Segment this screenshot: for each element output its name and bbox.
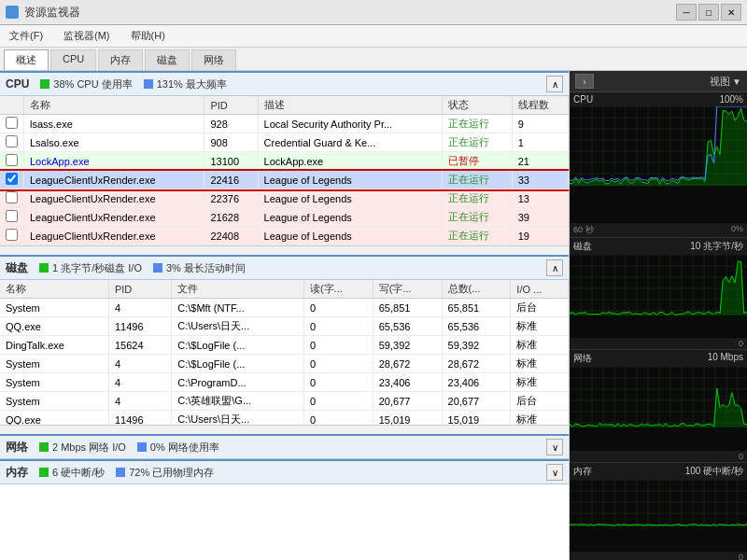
cpu-cell-desc: Local Security Authority Pr... [258, 115, 442, 133]
cpu-table-row[interactable]: lsass.exe928Local Security Authority Pr.… [0, 115, 569, 133]
cpu-col-status[interactable]: 状态 [442, 96, 512, 115]
disk-col-read[interactable]: 读(字... [303, 280, 373, 299]
panel-nav-back[interactable]: › [575, 74, 594, 89]
tab-network[interactable]: 网络 [191, 49, 236, 70]
cpu-section-title: CPU [6, 77, 29, 91]
disk-section-header[interactable]: 磁盘 1 兆字节/秒磁盘 I/O 3% 最长活动时间 ∧ [0, 255, 569, 280]
tab-overview[interactable]: 概述 [4, 49, 49, 70]
disk-col-name[interactable]: 名称 [0, 280, 108, 299]
right-panel: › 视图 ▼ CPU 100% 60 秒 0% [570, 71, 747, 560]
cpu-table-row[interactable]: LockApp.exe13100LockApp.exe已暂停21 [0, 152, 569, 171]
network-section: 网络 2 Mbps 网络 I/O 0% 网络使用率 ∨ [0, 434, 569, 459]
cpu-row-checkbox[interactable] [6, 135, 18, 147]
cpu-cell-desc: League of Legends [258, 189, 442, 208]
left-panel: CPU 38% CPU 使用率 131% 最大频率 ∧ [0, 71, 570, 560]
cpu-graph-time2: 0% [731, 224, 743, 236]
cpu-section-header[interactable]: CPU 38% CPU 使用率 131% 最大频率 ∧ [0, 71, 569, 96]
disk-col-file[interactable]: 文件 [172, 280, 304, 299]
cpu-cell-pid: 13100 [204, 152, 258, 171]
window-controls: ─ □ ✕ [676, 4, 741, 21]
cpu-scrollbar-x[interactable] [0, 245, 569, 255]
disk-col-pid[interactable]: PID [108, 280, 171, 299]
disk-cell-read: 0 [303, 373, 373, 392]
network-toggle[interactable]: ∨ [546, 439, 563, 455]
disk-cell-total: 59,392 [442, 336, 511, 355]
cpu-cell-desc: League of Legends [258, 227, 442, 245]
disk-cell-file: C:\$Mft (NTF... [172, 299, 304, 317]
disk-table-row[interactable]: System4C:\英雄联盟\G...020,67720,677后台 [0, 392, 569, 411]
cpu-toggle[interactable]: ∧ [546, 76, 563, 92]
disk-cell-pid: 15624 [108, 336, 171, 355]
cpu-row-checkbox[interactable] [6, 173, 18, 185]
memory-graph-value: 100 硬中断/秒 [685, 465, 743, 478]
disk-table-row[interactable]: DingTalk.exe15624C:\$LogFile (...059,392… [0, 336, 569, 355]
cpu-table-row[interactable]: LeagueClientUxRender.exe21628League of L… [0, 208, 569, 227]
cpu-col-desc[interactable]: 描述 [258, 96, 442, 115]
tab-cpu[interactable]: CPU [50, 49, 96, 70]
cpu-table-row[interactable]: Lsalso.exe908Credential Guard & Ke...正在运… [0, 133, 569, 152]
menu-monitor[interactable]: 监视器(M) [58, 27, 116, 45]
memory-stat2-dot [116, 468, 125, 477]
network-stat2-label: 0% 网络使用率 [150, 441, 219, 455]
memory-graph-label: 内存 [573, 465, 592, 478]
disk-scrollbar-x[interactable] [0, 425, 569, 434]
disk-table-row[interactable]: System4C:\$Mft (NTF...065,85165,851后台 [0, 299, 569, 317]
tab-disk[interactable]: 磁盘 [145, 49, 190, 70]
memory-stat1-dot [39, 468, 49, 477]
memory-graph-canvas [570, 480, 747, 552]
disk-cell-write: 20,677 [373, 392, 442, 411]
disk-cell-io: 标准 [511, 336, 569, 355]
cpu-table-row[interactable]: LeagueClientUxRender.exe22376League of L… [0, 189, 569, 208]
tab-bar: 概述 CPU 内存 磁盘 网络 [0, 48, 747, 71]
disk-cell-io: 标准 [511, 355, 569, 373]
disk-cell-write: 23,406 [373, 373, 442, 392]
disk-cell-name: System [0, 392, 108, 411]
maximize-button[interactable]: □ [698, 4, 719, 21]
disk-table: 名称 PID 文件 读(字... 写(字... 总数(... I/O ... S… [0, 280, 569, 425]
minimize-button[interactable]: ─ [676, 4, 697, 21]
disk-table-row[interactable]: QQ.exe11496C:\Users\日天...015,01915,019标准 [0, 411, 569, 426]
cpu-cell-status: 正在运行 [442, 171, 512, 189]
disk-col-total[interactable]: 总数(... [442, 280, 511, 299]
disk-table-row[interactable]: System4C:\$LogFile (...028,67228,672标准 [0, 355, 569, 373]
cpu-graph-time1: 60 秒 [573, 224, 594, 236]
cpu-table-row[interactable]: LeagueClientUxRender.exe22416League of L… [0, 171, 569, 189]
cpu-cell-status: 正在运行 [442, 133, 512, 152]
disk-table-row[interactable]: System4C:\ProgramD...023,40623,406标准 [0, 373, 569, 392]
cpu-row-checkbox[interactable] [6, 210, 18, 222]
disk-cell-read: 0 [303, 299, 373, 317]
menu-help[interactable]: 帮助(H) [125, 27, 171, 45]
disk-graph-bottom: 0 [739, 339, 743, 348]
cpu-cell-name: lsass.exe [24, 115, 204, 133]
memory-toggle[interactable]: ∨ [546, 464, 563, 481]
network-section-header[interactable]: 网络 2 Mbps 网络 I/O 0% 网络使用率 ∨ [0, 434, 569, 459]
memory-section-header[interactable]: 内存 6 硬中断/秒 72% 已用物理内存 ∨ [0, 459, 569, 484]
cpu-col-threads[interactable]: 线程数 [512, 96, 568, 115]
disk-col-io[interactable]: I/O ... [511, 280, 569, 299]
cpu-col-name[interactable]: 名称 [24, 96, 204, 115]
close-button[interactable]: ✕ [721, 4, 741, 21]
cpu-row-checkbox[interactable] [6, 229, 18, 241]
network-graph-value: 10 Mbps [708, 352, 743, 365]
network-graph-canvas [570, 367, 747, 450]
disk-toggle[interactable]: ∧ [546, 259, 563, 276]
app-icon [6, 6, 19, 19]
tab-memory[interactable]: 内存 [98, 49, 143, 70]
disk-cell-file: C:\$LogFile (... [172, 355, 304, 373]
disk-table-row[interactable]: QQ.exe11496C:\Users\日天...065,53665,536标准 [0, 317, 569, 336]
cpu-row-checkbox[interactable] [6, 154, 18, 166]
cpu-graph: CPU 100% 60 秒 0% [570, 92, 747, 238]
cpu-row-checkbox[interactable] [6, 191, 18, 203]
cpu-cell-desc: Credential Guard & Ke... [258, 133, 442, 152]
cpu-col-pid[interactable]: PID [204, 96, 258, 115]
cpu-table-row[interactable]: LeagueClientUxRender.exe22408League of L… [0, 227, 569, 245]
disk-cell-total: 65,851 [442, 299, 511, 317]
disk-cell-io: 标准 [511, 317, 569, 336]
panel-view-selector[interactable]: 视图 ▼ [710, 75, 741, 89]
cpu-cell-threads: 1 [512, 133, 568, 152]
cpu-cell-desc: League of Legends [258, 208, 442, 227]
disk-col-write[interactable]: 写(字... [373, 280, 442, 299]
menu-file[interactable]: 文件(F) [4, 27, 49, 45]
cpu-row-checkbox[interactable] [6, 117, 18, 129]
cpu-cell-name: LeagueClientUxRender.exe [24, 189, 204, 208]
